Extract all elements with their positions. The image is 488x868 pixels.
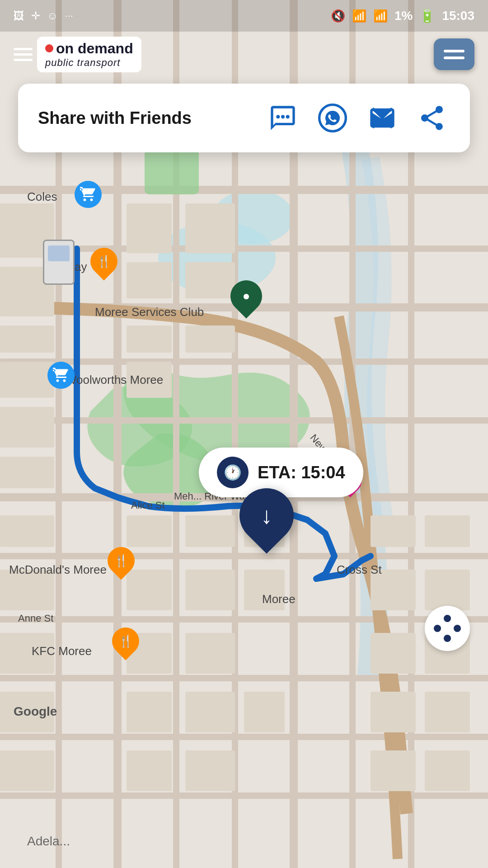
svg-rect-38 [127,515,172,547]
dropoff-marker[interactable]: ↓ [239,488,294,552]
kfc-marker[interactable]: 🍴 [112,627,139,655]
more-icon: ··· [65,10,73,22]
svg-rect-62 [185,750,235,791]
battery-text: 1% [394,9,413,23]
menu-button[interactable] [434,38,474,70]
status-left-icons: 🖼 ✛ ☺ ··· [14,9,73,22]
coles-marker[interactable] [75,181,102,208]
hamburger-menu[interactable] [14,48,33,61]
svg-rect-30 [127,326,172,353]
logo-area: on demand public transport [14,37,141,72]
time-display: 15:03 [442,9,474,23]
svg-point-66 [286,115,290,118]
sms-share-button[interactable] [265,100,301,136]
svg-point-64 [276,115,280,118]
signal-icon: 📶 [373,9,388,23]
svg-rect-26 [127,262,172,298]
svg-rect-52 [371,692,416,732]
logo-top: on demand [45,40,133,57]
svg-rect-28 [0,326,54,353]
location-icon: ✛ [31,9,40,22]
svg-text:Adela...: Adela... [27,834,70,848]
svg-rect-53 [425,692,470,732]
mcdonalds-marker[interactable]: 🍴 [108,547,135,574]
svg-rect-45 [185,633,235,674]
svg-rect-34 [0,457,54,488]
svg-rect-60 [0,750,54,791]
svg-rect-33 [0,407,54,448]
svg-rect-24 [127,203,172,253]
bus-vehicle [43,240,75,285]
svg-rect-43 [244,570,285,610]
svg-rect-57 [127,692,172,732]
svg-rect-58 [185,692,235,732]
subway-marker[interactable]: 🍴 [90,248,117,275]
screen-icon: 🖼 [14,9,24,22]
loading-indicator [425,606,470,651]
status-bar: 🖼 ✛ ☺ ··· 🔇 📶 📶 1% 🔋 15:03 [0,0,488,32]
app-logo: on demand public transport [37,37,141,72]
svg-rect-46 [371,515,416,547]
share-icons-group [265,100,450,136]
svg-rect-29 [0,362,54,398]
svg-rect-59 [244,692,285,732]
google-attribution: Google [14,704,57,719]
svg-rect-41 [127,570,172,610]
svg-rect-25 [185,203,235,253]
eta-text: ETA: 15:04 [258,463,345,482]
svg-rect-54 [371,750,416,791]
svg-rect-47 [425,515,470,547]
svg-rect-37 [0,633,54,674]
logo-dot [45,44,53,52]
moree-services-marker[interactable]: ● [230,280,262,312]
status-right-info: 🔇 📶 📶 1% 🔋 15:03 [331,9,474,24]
svg-point-65 [281,115,285,118]
share-card: Share with Friends [18,84,470,152]
whatsapp-share-button[interactable] [314,100,351,136]
svg-rect-32 [185,326,235,353]
svg-rect-50 [371,633,416,674]
sync-icon: ☺ [47,9,58,22]
woolworths-marker[interactable] [47,362,75,389]
svg-rect-36 [0,570,54,610]
more-share-button[interactable] [414,100,450,136]
share-title: Share with Friends [38,108,192,128]
logo-title: on demand [56,40,133,57]
svg-rect-61 [127,750,172,791]
app-header: on demand public transport [0,32,488,77]
svg-rect-31 [127,362,172,398]
svg-rect-39 [185,515,235,547]
battery-icon: 🔋 [419,9,435,24]
svg-rect-49 [425,570,470,610]
logo-subtitle: public transport [45,57,120,69]
svg-rect-35 [0,515,54,547]
svg-rect-27 [185,262,235,298]
svg-rect-55 [425,750,470,791]
svg-rect-48 [371,570,416,610]
svg-rect-42 [185,570,235,610]
svg-rect-21 [145,149,199,194]
mute-icon: 🔇 [331,9,345,23]
wifi-icon: 📶 [352,9,366,23]
eta-clock-icon: 🕐 [217,457,249,488]
email-share-button[interactable] [364,100,400,136]
